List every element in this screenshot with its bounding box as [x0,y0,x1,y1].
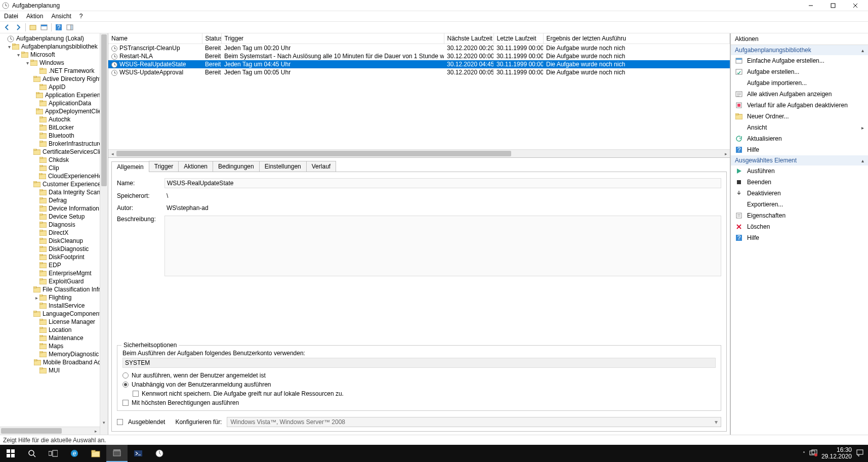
chevron-right-icon[interactable]: ▸ [33,295,39,301]
tree-item[interactable]: Active Directory Rights M [0,75,108,83]
configure-for-select[interactable]: Windows Vista™, Windows Server™ 2008 ▾ [227,417,721,427]
taskbar-explorer-icon[interactable] [85,445,106,462]
tree-item[interactable]: EnterpriseMgmt [0,269,108,277]
scroll-left-arrow[interactable]: ◂ [108,150,116,157]
tree-item[interactable]: Diagnosis [0,221,108,229]
task-row[interactable]: WSUS-UpdateApprovalBereitJeden Tag um 00… [108,68,730,76]
taskbar-server-manager-icon[interactable] [106,445,128,462]
action-item[interactable]: ?Hilfe [731,144,868,155]
action-section-selected[interactable]: Ausgewähltes Element▴ [731,155,868,165]
tree-item[interactable]: CertificateServicesClient [0,148,108,156]
start-button[interactable] [0,445,21,462]
tray-network-icon[interactable] [809,449,817,458]
checkbox-hidden[interactable] [117,419,123,425]
scroll-right-arrow[interactable]: ▸ [92,427,100,435]
scroll-right-arrow[interactable]: ▸ [722,150,730,157]
tree-item[interactable]: ApplicationData [0,99,108,107]
taskbar-powershell-icon[interactable] [128,445,149,462]
action-item[interactable]: Exportieren... [731,199,868,210]
tree-item[interactable]: AppxDeploymentClient [0,107,108,115]
task-row[interactable]: WSUS-RealUpdateStateBereitJeden Tag um 0… [108,60,730,68]
scroll-thumb[interactable] [116,151,511,156]
tree-root[interactable]: Aufgabenplanung (Lokal) [0,34,108,43]
taskbar-ie-icon[interactable]: e [64,445,85,462]
tree-item[interactable]: Device Setup [0,213,108,221]
tree-item[interactable]: File Classification Infrast [0,285,108,293]
tree-item[interactable]: MUI [0,366,108,374]
task-list[interactable]: Name Status Trigger Nächste Laufzeit Let… [108,33,730,149]
tree-item[interactable]: License Manager [0,318,108,326]
tab-settings[interactable]: Einstellungen [259,161,307,172]
tree-item[interactable]: Clip [0,164,108,172]
tree-item[interactable]: EDP [0,261,108,269]
tree-item[interactable]: Device Information [0,204,108,213]
action-item[interactable]: Ansicht▸ [731,122,868,133]
close-button[interactable] [849,1,862,10]
action-section-library[interactable]: Aufgabenplanungsbibliothek▴ [731,45,868,55]
action-item[interactable]: Aufgabe importieren... [731,77,868,89]
tab-general[interactable]: Allgemein [111,161,149,172]
checkbox-highest-priv[interactable] [122,400,129,406]
action-item[interactable]: Ausführen [731,165,868,177]
taskbar-clock[interactable]: 16:30 29.12.2020 [821,447,852,460]
tree-item[interactable]: DirectX [0,229,108,237]
tree-item[interactable]: Application Experience [0,91,108,99]
tree-item[interactable]: Bluetooth [0,132,108,140]
tray-chevron-icon[interactable]: ˄ [803,451,805,456]
maximize-button[interactable] [826,1,840,10]
show-hide-tree-button[interactable] [28,22,38,32]
properties-button[interactable] [39,22,49,32]
menu-view[interactable]: Ansicht [51,13,71,20]
tree-item[interactable]: Chkdsk [0,156,108,164]
action-item[interactable]: Aufgabe erstellen... [731,66,868,77]
tree-item[interactable]: Defrag [0,196,108,204]
tree-item[interactable]: AppID [0,83,108,91]
radio-any-logon[interactable] [122,382,129,388]
tasklist-horizontal-scrollbar[interactable]: ◂ ▸ [108,149,730,157]
tree-item[interactable]: Customer Experience Im [0,180,108,188]
action-item[interactable]: Verlauf für alle Aufgaben deaktivieren [731,100,868,111]
action-item[interactable]: Neuer Ordner... [731,111,868,122]
tray-notifications-icon[interactable] [856,449,864,458]
col-trigger[interactable]: Trigger [221,33,444,44]
tab-conditions[interactable]: Bedingungen [213,161,260,172]
tree-item[interactable]: Maintenance [0,334,108,342]
tree-library[interactable]: ▾Aufgabenplanungsbibliothek [0,43,108,51]
action-item[interactable]: Alle aktiven Aufgaben anzeigen [731,89,868,100]
tree-item[interactable]: DiskFootprint [0,253,108,261]
radio-only-logged-on[interactable] [122,372,129,379]
task-row[interactable]: Restart-NLABereitBeim Systemstart - Nach… [108,52,730,60]
tree-item[interactable]: InstallService [0,302,108,310]
action-item[interactable]: Beenden [731,177,868,188]
col-name[interactable]: Name [108,33,202,44]
description-field[interactable] [164,216,721,276]
taskbar-task-scheduler-icon[interactable] [149,445,170,462]
chevron-down-icon[interactable]: ▾ [15,52,21,58]
show-action-pane-button[interactable] [65,22,75,32]
tab-actions[interactable]: Aktionen [178,161,213,172]
action-item[interactable]: Einfache Aufgabe erstellen... [731,55,868,66]
menu-help[interactable]: ? [79,13,83,20]
chevron-down-icon[interactable]: ▾ [24,60,30,66]
tree-item[interactable]: Data Integrity Scan [0,188,108,196]
tree-item[interactable]: CloudExperienceHost [0,172,108,180]
collapse-icon[interactable]: ▴ [861,48,864,53]
scroll-thumb[interactable] [1,428,62,434]
tree-item[interactable]: Mobile Broadband Accc [0,358,108,366]
action-item[interactable]: Eigenschaften [731,210,868,221]
help-button[interactable]: ? [54,22,64,32]
tree-item[interactable]: Autochk [0,115,108,123]
tab-trigger[interactable]: Trigger [149,161,179,172]
tree-windows[interactable]: ▾Windows [0,59,108,67]
chevron-down-icon[interactable]: ▾ [6,44,12,50]
name-field[interactable]: WSUS-RealUpdateState [164,178,721,188]
tree-item[interactable]: ▸Flighting [0,293,108,302]
col-last[interactable]: Letzte Laufzeit [493,33,543,44]
checkbox-no-password[interactable] [133,391,139,397]
tree-item[interactable]: BitLocker [0,123,108,132]
tree-item[interactable]: LanguageComponentsIn [0,310,108,318]
menu-action[interactable]: Aktion [26,13,43,20]
tree-microsoft[interactable]: ▾Microsoft [0,51,108,59]
back-button[interactable] [2,22,12,32]
task-view-button[interactable] [43,445,64,462]
